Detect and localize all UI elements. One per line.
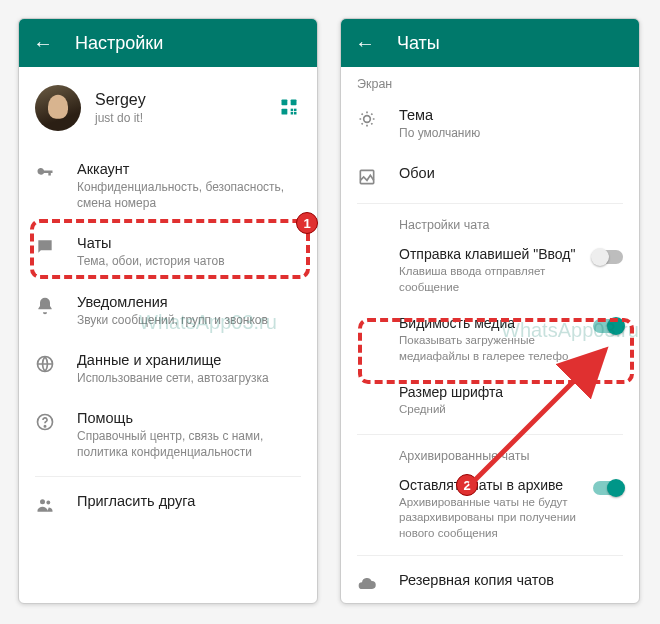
profile-name: Sergey (95, 91, 146, 109)
chats-settings-screen: ← Чаты Экран Тема По умолчанию Обои Наст… (340, 18, 640, 604)
backup-row[interactable]: Резервная копия чатов (341, 560, 639, 604)
svg-rect-2 (282, 109, 288, 115)
appbar-title: Настройки (75, 33, 163, 54)
svg-point-10 (40, 499, 45, 504)
settings-item-chats[interactable]: Чаты Тема, обои, история чатов (19, 223, 317, 281)
enter-send-row[interactable]: Отправка клавишей "Ввод" Клавиша ввода о… (341, 236, 639, 305)
divider (357, 203, 623, 204)
item-title: Аккаунт (77, 161, 301, 177)
section-screen: Экран (341, 67, 639, 95)
settings-screen: ← Настройки Sergey just do it! Аккаунт К… (18, 18, 318, 604)
profile-status: just do it! (95, 111, 146, 125)
svg-point-9 (44, 425, 45, 426)
item-title: Отправка клавишей "Ввод" (399, 246, 577, 262)
theme-row[interactable]: Тема По умолчанию (341, 95, 639, 153)
item-sub: Клавиша ввода отправляет сообщение (399, 264, 577, 295)
badge-two: 2 (456, 474, 478, 496)
item-title: Тема (399, 107, 623, 123)
item-title: Данные и хранилище (77, 352, 301, 368)
item-title: Чаты (77, 235, 301, 251)
appbar-title: Чаты (397, 33, 440, 54)
svg-rect-3 (291, 109, 294, 112)
divider (357, 434, 623, 435)
help-icon (35, 410, 77, 460)
toggle-switch[interactable] (593, 319, 623, 333)
toggle-switch[interactable] (593, 250, 623, 264)
bell-icon (35, 294, 77, 328)
svg-point-11 (46, 501, 50, 505)
section-chat: Настройки чата (341, 208, 639, 236)
divider (357, 555, 623, 556)
keep-archived-row[interactable]: Оставлять чаты в архиве Архивированные ч… (341, 467, 639, 552)
data-icon (35, 352, 77, 386)
appbar: ← Чаты (341, 19, 639, 67)
svg-rect-0 (282, 100, 288, 106)
settings-item-invite[interactable]: Пригласить друга (19, 481, 317, 527)
item-sub: По умолчанию (399, 125, 623, 141)
theme-icon (357, 107, 399, 141)
settings-item-notifications[interactable]: Уведомления Звуки сообщений, групп и зво… (19, 282, 317, 340)
item-title: Видимость медиа (399, 315, 577, 331)
section-archive: Архивированные чаты (341, 439, 639, 467)
wallpaper-icon (357, 165, 399, 187)
toggle-switch[interactable] (593, 481, 623, 495)
people-icon (35, 493, 77, 515)
item-title: Размер шрифта (399, 384, 577, 400)
item-sub: Использование сети, автозагрузка (77, 370, 301, 386)
badge-one: 1 (296, 212, 318, 234)
item-title: Обои (399, 165, 623, 181)
settings-item-storage[interactable]: Данные и хранилище Использование сети, а… (19, 340, 317, 398)
svg-rect-4 (294, 109, 297, 112)
avatar (35, 85, 81, 131)
item-sub: Показывать загруженные медиафайлы в гале… (399, 333, 577, 364)
back-icon[interactable]: ← (33, 32, 53, 55)
item-sub: Справочный центр, связь с нами, политика… (77, 428, 301, 460)
key-icon (35, 161, 77, 211)
item-title: Пригласить друга (77, 493, 301, 509)
item-sub: Конфиденциальность, безопасность, смена … (77, 179, 301, 211)
svg-rect-1 (291, 100, 297, 106)
item-title: Помощь (77, 410, 301, 426)
back-icon[interactable]: ← (355, 32, 375, 55)
chat-icon (35, 235, 77, 269)
font-size-row[interactable]: Размер шрифта Средний (341, 374, 639, 430)
media-visibility-row[interactable]: Видимость медиа Показывать загруженные м… (341, 305, 639, 374)
item-title: Резервная копия чатов (399, 572, 623, 588)
cloud-icon (357, 572, 399, 594)
settings-item-help[interactable]: Помощь Справочный центр, связь с нами, п… (19, 398, 317, 472)
item-title: Уведомления (77, 294, 301, 310)
divider (35, 476, 301, 477)
item-title: Оставлять чаты в архиве (399, 477, 577, 493)
item-sub: Звуки сообщений, групп и звонков (77, 312, 301, 328)
item-sub: Архивированные чаты не будут разархивиро… (399, 495, 577, 542)
svg-point-12 (364, 116, 371, 123)
item-sub: Средний (399, 402, 577, 418)
wallpaper-row[interactable]: Обои (341, 153, 639, 199)
svg-rect-6 (294, 112, 297, 115)
appbar: ← Настройки (19, 19, 317, 67)
profile-row[interactable]: Sergey just do it! (19, 67, 317, 149)
item-sub: Тема, обои, история чатов (77, 253, 301, 269)
settings-item-account[interactable]: Аккаунт Конфиденциальность, безопасность… (19, 149, 317, 223)
qr-icon[interactable] (279, 97, 301, 119)
svg-rect-5 (291, 112, 294, 115)
